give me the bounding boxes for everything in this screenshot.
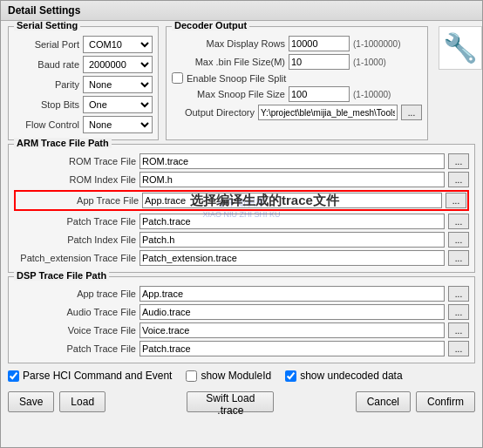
dsp-app-input[interactable] xyxy=(139,286,445,302)
dsp-voice-row: Voice Trace File ... xyxy=(14,322,469,338)
patch-index-input[interactable] xyxy=(139,232,445,248)
max-snoop-input[interactable] xyxy=(289,86,350,102)
rom-index-browse-button[interactable]: ... xyxy=(448,172,469,187)
swift-load-button[interactable]: Swift Load .trace xyxy=(187,391,274,412)
patch-trace-browse-button[interactable]: ... xyxy=(448,214,469,229)
dsp-audio-label: Audio Trace File xyxy=(14,307,136,317)
arm-section-label: ARM Trace File Path xyxy=(14,138,112,148)
snoop-split-label: Enable Snoop File Split xyxy=(187,73,286,84)
parity-label: Parity xyxy=(14,79,79,90)
title-bar: Detail Settings xyxy=(1,1,482,21)
bottom-checks: Parse HCI Command and Event show ModuleI… xyxy=(8,367,475,384)
patch-trace-label: Patch Trace File xyxy=(14,216,136,227)
decoder-group-label: Decoder Output xyxy=(172,21,249,31)
stop-bits-select[interactable]: One xyxy=(83,96,153,113)
dsp-voice-browse-button[interactable]: ... xyxy=(448,322,469,338)
snoop-split-checkbox[interactable] xyxy=(172,72,183,84)
rom-index-row: ROM Index File ... xyxy=(14,172,469,187)
parse-hci-label: Parse HCI Command and Event xyxy=(23,370,172,382)
dsp-app-label: App trace File xyxy=(14,288,136,299)
patch-ext-input[interactable] xyxy=(139,250,445,266)
serial-port-select[interactable]: COM10 xyxy=(83,36,153,53)
decoder-group: Decoder Output Max Display Rows (1-10000… xyxy=(166,26,428,140)
dsp-patch-browse-button[interactable]: ... xyxy=(448,341,469,356)
dsp-app-row: App trace File ... xyxy=(14,286,469,302)
dsp-app-browse-button[interactable]: ... xyxy=(448,286,469,302)
patch-index-label: Patch Index File xyxy=(14,234,136,245)
app-trace-input[interactable] xyxy=(142,193,442,208)
output-dir-label: Output Directory xyxy=(172,107,255,118)
patch-ext-row: Patch_extension Trace File ... xyxy=(14,250,469,266)
flow-control-select[interactable]: None xyxy=(83,116,153,133)
max-bin-label: Max .bin File Size(M) xyxy=(172,57,285,67)
baud-rate-select[interactable]: 2000000 xyxy=(83,56,153,73)
parity-select[interactable]: None xyxy=(83,76,153,93)
dsp-section-label: DSP Trace File Path xyxy=(14,270,109,281)
dsp-patch-input[interactable] xyxy=(139,341,445,356)
dsp-section: DSP Trace File Path App trace File ... A… xyxy=(8,276,475,363)
max-rows-input[interactable] xyxy=(289,36,350,51)
window-title: Detail Settings xyxy=(8,4,80,17)
dsp-patch-label: Patch Trace File xyxy=(14,343,136,354)
patch-index-row: Patch Index File ... xyxy=(14,232,469,248)
bottom-buttons: Save Load Swift Load .trace Cancel Confi… xyxy=(8,388,475,416)
rom-index-label: ROM Index File xyxy=(14,174,136,185)
max-bin-input[interactable] xyxy=(289,54,350,70)
show-undecoded-checkbox[interactable] xyxy=(285,370,296,382)
serial-group-label: Serial Setting xyxy=(14,21,80,31)
flow-control-label: Flow Control xyxy=(14,119,79,130)
wrench-icon-box: 🔧 xyxy=(439,26,482,70)
dsp-patch-row: Patch Trace File ... xyxy=(14,341,469,356)
dsp-audio-browse-button[interactable]: ... xyxy=(448,304,469,320)
max-bin-range: (1-1000) xyxy=(353,58,386,67)
output-dir-browse-button[interactable]: ... xyxy=(401,105,422,120)
app-trace-browse-button[interactable]: ... xyxy=(446,193,466,208)
patch-trace-input[interactable] xyxy=(139,214,445,229)
patch-trace-row: Patch Trace File ... xyxy=(14,214,469,229)
max-snoop-label: Max Snoop File Size xyxy=(172,89,285,99)
app-trace-label: App Trace File xyxy=(17,195,139,206)
rom-trace-input[interactable] xyxy=(139,153,445,169)
confirm-button[interactable]: Confirm xyxy=(416,391,475,412)
patch-index-browse-button[interactable]: ... xyxy=(448,232,469,248)
serial-group: Serial Setting Serial Port COM10 Baud ra… xyxy=(8,26,159,140)
dsp-audio-input[interactable] xyxy=(139,304,445,320)
rom-index-input[interactable] xyxy=(139,172,445,187)
cancel-button[interactable]: Cancel xyxy=(356,391,411,412)
app-trace-row: App Trace File 选择编译生成的trace文件 ... xyxy=(14,190,469,211)
dsp-voice-label: Voice Trace File xyxy=(14,325,136,336)
stop-bits-label: Stop Bits xyxy=(14,99,79,110)
parse-hci-checkbox[interactable] xyxy=(8,370,19,382)
output-dir-input[interactable] xyxy=(258,105,398,120)
show-module-checkbox[interactable] xyxy=(186,370,197,382)
port-label: Serial Port xyxy=(14,39,79,50)
max-rows-label: Max Display Rows xyxy=(172,38,285,49)
arm-section: ARM Trace File Path ROM Trace File ... R… xyxy=(8,144,475,273)
max-snoop-range: (1-10000) xyxy=(353,90,391,99)
max-rows-range: (1-1000000) xyxy=(353,39,400,49)
dsp-voice-input[interactable] xyxy=(139,322,445,338)
rom-trace-row: ROM Trace File ... xyxy=(14,153,469,169)
show-undecoded-label: show undecoded data xyxy=(300,370,402,382)
load-button[interactable]: Load xyxy=(59,391,105,412)
wrench-icon: 🔧 xyxy=(443,31,478,64)
rom-trace-label: ROM Trace File xyxy=(14,156,136,166)
dsp-audio-row: Audio Trace File ... xyxy=(14,304,469,320)
rom-trace-browse-button[interactable]: ... xyxy=(448,153,469,169)
baud-label: Baud rate xyxy=(14,59,79,70)
show-module-label: show ModuleId xyxy=(201,370,271,382)
patch-ext-label: Patch_extension Trace File xyxy=(14,253,136,263)
patch-ext-browse-button[interactable]: ... xyxy=(448,250,469,266)
save-button[interactable]: Save xyxy=(8,391,54,412)
detail-settings-window: Detail Settings Serial Setting Serial Po… xyxy=(0,0,483,448)
